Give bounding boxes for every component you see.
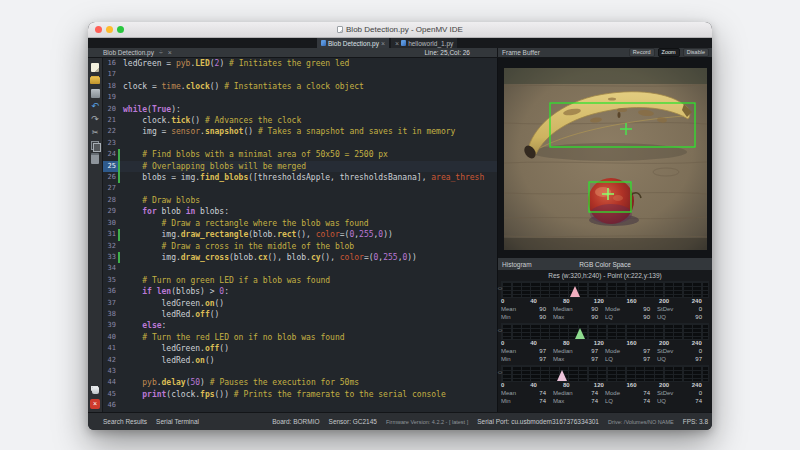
maximize-window-button[interactable] [117, 26, 124, 33]
disconnect-icon[interactable] [90, 399, 100, 409]
line-number: 27 [103, 183, 120, 194]
code-text [120, 138, 497, 149]
stat-stdev: StDev0 [657, 305, 709, 313]
code-line-23[interactable]: 23 [103, 138, 497, 149]
axis-ticks: 04080120160200240 [501, 298, 709, 305]
frame-buffer-view[interactable] [498, 58, 712, 258]
code-editor[interactable]: 16ledGreen = pyb.LED(2) # Initiates the … [103, 58, 497, 412]
axis-tick: 120 [594, 340, 604, 346]
histogram-panel: Histogram RGB Color Space Res (w:320,h:2… [498, 258, 712, 412]
code-line-40[interactable]: 40 # Turn the red LED on if no blob was … [103, 332, 497, 343]
line-number: 41 [103, 343, 120, 354]
code-line-37[interactable]: 37 ledGreen.on() [103, 298, 497, 309]
axis-tick: 80 [563, 298, 570, 304]
histogram-marker [570, 286, 580, 297]
code-line-16[interactable]: 16ledGreen = pyb.LED(2) # Initiates the … [103, 58, 497, 69]
code-line-31[interactable]: 31 img.draw_rectangle(blob.rect(), color… [103, 229, 497, 240]
line-number: 43 [103, 366, 120, 377]
cut-icon[interactable] [90, 128, 100, 138]
code-line-41[interactable]: 41 ledGreen.off() [103, 343, 497, 354]
stat-uq: UQ90 [657, 313, 709, 321]
split-editor-icon[interactable] [159, 49, 163, 56]
code-text: # Turn the red LED on if no blob was fou… [120, 332, 497, 343]
stats-row: Mean97Median97Mode97StDev0 [501, 347, 709, 355]
resolution-readout: Res (w:320,h:240) - Point (x:222,y:139) [498, 270, 712, 281]
stats-row: Mean74Median74Mode74StDev0 [501, 389, 709, 397]
code-line-32[interactable]: 32 # Draw a cross in the middle of the b… [103, 241, 497, 252]
stat-min: Min97 [501, 355, 553, 363]
code-line-46[interactable]: 46 [103, 400, 497, 411]
undo-icon[interactable] [90, 102, 100, 112]
minimize-window-button[interactable] [106, 26, 113, 33]
line-number: 35 [103, 275, 120, 286]
code-text [120, 183, 497, 194]
code-line-42[interactable]: 42 ledRed.on() [103, 355, 497, 366]
code-line-17[interactable]: 17 [103, 69, 497, 80]
search-results-tab[interactable]: Search Results [103, 418, 147, 425]
color-space-dropdown[interactable]: RGB Color Space [498, 261, 712, 268]
editor-pane-header: Blob Detection.py Line: 25,Col: 26 [88, 48, 497, 57]
record-button[interactable]: Record [629, 48, 655, 58]
code-line-36[interactable]: 36 if len(blobs) > 0: [103, 286, 497, 297]
board-status: Board: BORMIO [272, 418, 319, 425]
close-tab-icon[interactable] [395, 40, 399, 47]
code-line-33[interactable]: 33 img.draw_cross(blob.cx(), blob.cy(), … [103, 252, 497, 263]
line-number: 39 [103, 320, 120, 331]
line-number: 40 [103, 332, 120, 343]
code-line-44[interactable]: 44 pyb.delay(50) # Pauses the execution … [103, 377, 497, 388]
histogram-channel-R: 04080120160200240Mean90Median90Mode90StD… [501, 281, 709, 321]
paste-icon[interactable] [90, 154, 100, 164]
code-line-22[interactable]: 22 img = sensor.snapshot() # Takes a sna… [103, 126, 497, 137]
code-line-18[interactable]: 18clock = time.clock() # Instantiates a … [103, 81, 497, 92]
close-tab-icon[interactable] [381, 40, 385, 47]
frame-buffer-title: Frame Buffer [502, 49, 540, 56]
axis-tick: 40 [530, 382, 537, 388]
new-file-icon[interactable] [90, 63, 100, 73]
serial-terminal-tab[interactable]: Serial Terminal [156, 418, 199, 425]
line-number: 16 [103, 58, 120, 69]
code-line-29[interactable]: 29 for blob in blobs: [103, 206, 497, 217]
code-text: # Turn on green LED if a blob was found [120, 275, 497, 286]
code-line-43[interactable]: 43 [103, 366, 497, 377]
code-line-24[interactable]: 24 # Find blobs with a minimal area of 5… [103, 149, 497, 160]
line-number: 26 [103, 172, 120, 183]
zoom-button[interactable]: Zoom [658, 48, 680, 58]
code-line-19[interactable]: 19 [103, 92, 497, 103]
code-line-30[interactable]: 30 # Draw a rectangle where the blob was… [103, 218, 497, 229]
axis-tick: 240 [692, 382, 702, 388]
close-window-button[interactable] [95, 26, 102, 33]
titlebar[interactable]: Blob Detection.py - OpenMV IDE [88, 22, 712, 38]
code-line-34[interactable]: 34 [103, 263, 497, 274]
code-line-27[interactable]: 27 [103, 183, 497, 194]
code-line-25[interactable]: 25 # Overlapping blobs will be merged [103, 161, 497, 172]
code-line-39[interactable]: 39 else: [103, 320, 497, 331]
stat-mean: Mean97 [501, 347, 553, 355]
connect-icon[interactable] [90, 386, 100, 396]
stat-stdev: StDev0 [657, 347, 709, 355]
line-number: 42 [103, 355, 120, 366]
stat-max: Max90 [553, 313, 605, 321]
code-line-26[interactable]: 26 blobs = img.find_blobs([thresholdsApp… [103, 172, 497, 183]
open-file-icon[interactable] [90, 76, 100, 86]
histogram-marker [575, 328, 585, 339]
left-toolbar [88, 58, 103, 412]
code-line-38[interactable]: 38 ledRed.off() [103, 309, 497, 320]
copy-icon[interactable] [90, 141, 100, 151]
code-text: clock = time.clock() # Instantiates a cl… [120, 81, 497, 92]
disable-button[interactable]: Disable [683, 48, 709, 58]
code-line-45[interactable]: 45 print(clock.fps()) # Prints the frame… [103, 389, 497, 400]
code-line-21[interactable]: 21 clock.tick() # Advances the clock [103, 115, 497, 126]
tab-blob-detection[interactable]: Blob Detection.py [317, 38, 389, 48]
code-line-28[interactable]: 28 # Draw blobs [103, 195, 497, 206]
redo-icon[interactable] [90, 115, 100, 125]
save-file-icon[interactable] [90, 89, 100, 99]
code-line-35[interactable]: 35 # Turn on green LED if a blob was fou… [103, 275, 497, 286]
close-pane-icon[interactable] [168, 49, 172, 56]
code-text [120, 92, 497, 103]
axis-tick: 120 [594, 298, 604, 304]
tab-helloworld[interactable]: helloworld_1.py [391, 38, 457, 48]
code-text: img.draw_cross(blob.cx(), blob.cy(), col… [120, 252, 497, 263]
tab-label: helloworld_1.py [408, 40, 453, 47]
axis-tick: 120 [594, 382, 604, 388]
code-line-20[interactable]: 20while(True): [103, 104, 497, 115]
